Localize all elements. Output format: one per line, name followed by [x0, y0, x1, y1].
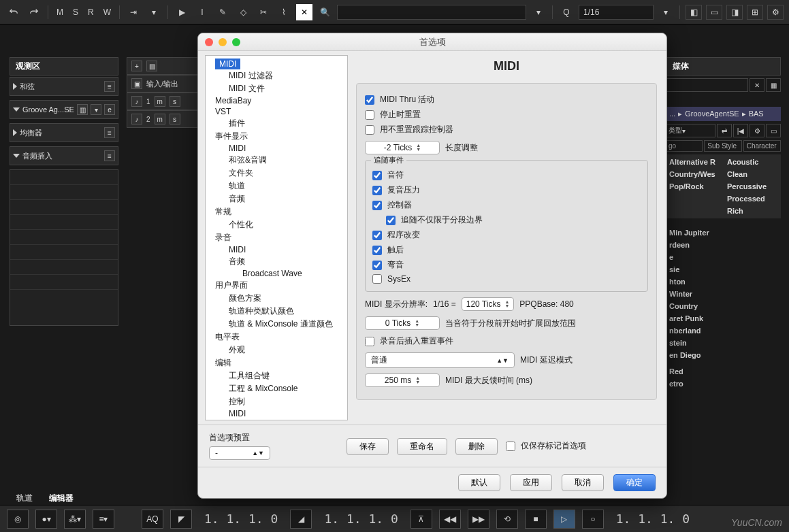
chase-checkbox[interactable]: 复音压力 — [372, 184, 641, 196]
audio-mode-icon[interactable]: ⁂▾ — [64, 510, 86, 529]
chase-checkbox[interactable]: SysEx — [372, 274, 641, 284]
mute-button[interactable]: m — [155, 96, 165, 107]
preset-item[interactable]: Red — [665, 365, 781, 378]
tree-item[interactable]: 外观 — [206, 344, 347, 356]
tree-item[interactable]: 音频 — [206, 255, 347, 268]
play-button[interactable]: ▷ — [553, 510, 575, 529]
max-feedback-spinner[interactable]: 250 ms▲▼ — [365, 373, 440, 387]
display-res-spinner[interactable]: 120 Ticks▲▼ — [462, 297, 515, 311]
search-dropdown-icon[interactable]: ▾ — [530, 4, 547, 20]
insert-slot[interactable] — [10, 200, 118, 215]
type-filter[interactable]: 类型 ▾ — [665, 124, 715, 137]
layout3-icon[interactable]: ◨ — [726, 5, 743, 20]
grid-icon[interactable]: ▦ — [766, 78, 781, 92]
constrain-icon[interactable]: ◎ — [7, 510, 29, 529]
shuffle-icon[interactable]: ⇄ — [717, 124, 732, 137]
layout1-icon[interactable]: ◧ — [686, 5, 702, 20]
tag-item[interactable]: Acoustic — [724, 156, 779, 168]
eq-section[interactable]: 均衡器 ≡ — [10, 123, 118, 142]
tree-item[interactable]: MIDI — [215, 59, 240, 69]
media-search[interactable] — [665, 78, 748, 92]
tree-item[interactable]: MediaBay — [206, 95, 347, 106]
cycle-icon[interactable]: ⟲ — [496, 510, 518, 529]
write-toggle[interactable]: W — [101, 7, 114, 17]
tree-item[interactable]: 个性化 — [206, 218, 347, 231]
insert-reset-checkbox[interactable]: 录音后插入重置事件 — [365, 335, 648, 347]
tree-item[interactable]: 插件 — [206, 117, 347, 130]
tree-item[interactable]: MIDI — [206, 408, 347, 419]
quantize-icon[interactable]: Q — [558, 4, 575, 20]
window-icon[interactable]: ▭ — [766, 124, 781, 137]
read-toggle[interactable]: R — [85, 7, 97, 17]
midi-thru-checkbox[interactable]: MIDI Thru 活动 — [365, 94, 648, 105]
filter-substyle[interactable]: Sub Style — [704, 140, 741, 152]
tree-item[interactable]: 和弦 — [206, 419, 347, 420]
chase-checkbox[interactable]: 追随不仅限于分段边界 — [372, 214, 641, 226]
filter-category[interactable]: go — [665, 140, 703, 152]
preferences-tree[interactable]: MIDIMIDI 过滤器MIDI 文件MediaBayVST插件事件显示MIDI… — [205, 55, 348, 420]
toolbar-search[interactable] — [337, 5, 526, 20]
tag-item[interactable]: Pop/Rock — [666, 180, 722, 193]
store-marked-checkbox[interactable]: 仅保存标记首选项 — [506, 440, 586, 452]
tree-item[interactable]: 用户界面 — [206, 279, 347, 292]
track-name-section[interactable]: Groove Ag...SE ▥ ▾ e — [10, 100, 118, 119]
x-tool-icon[interactable]: ✕ — [296, 4, 312, 20]
extend-playback-spinner[interactable]: 0 Ticks▲▼ — [365, 316, 440, 330]
tree-item[interactable]: 事件显示 — [206, 130, 347, 143]
preset-item[interactable]: sie — [665, 263, 781, 276]
track-filter-icon[interactable]: ▤ — [146, 61, 157, 71]
forward-icon[interactable]: ▶▶ — [468, 510, 489, 529]
rewind-icon[interactable]: ◀◀ — [439, 510, 461, 529]
tree-item[interactable]: 轨道种类默认颜色 — [206, 305, 347, 318]
track-icon1[interactable]: ▥ — [77, 104, 88, 115]
tree-item[interactable]: MIDI 文件 — [206, 82, 347, 95]
solo-button[interactable]: s — [170, 96, 180, 107]
inserts-menu-icon[interactable]: ≡ — [104, 150, 115, 161]
preset-item[interactable]: e — [665, 251, 781, 263]
tree-item[interactable]: 控制 — [206, 395, 347, 408]
settings-icon[interactable]: ⚙ — [750, 124, 764, 137]
chase-checkbox[interactable]: 程序改变 — [372, 229, 641, 241]
goto-start-icon[interactable]: ⊼ — [410, 510, 432, 529]
tag-item[interactable]: Country/Wes — [666, 168, 722, 180]
tag-item[interactable]: Percussive — [724, 180, 779, 193]
erase-tool-icon[interactable]: ◇ — [235, 4, 251, 20]
left-locator[interactable]: 1. 1. 1. 0 — [199, 512, 283, 526]
preset-item[interactable]: aret Punk — [665, 312, 781, 325]
insert-slot[interactable] — [10, 260, 118, 275]
solo-toggle[interactable]: S — [70, 7, 81, 17]
latency-mode-select[interactable]: 普通▲▼ — [365, 352, 515, 368]
snap-dropdown-icon[interactable]: ▾ — [146, 4, 162, 20]
layout4-icon[interactable]: ⊞ — [747, 5, 763, 20]
chase-checkbox[interactable]: 弯音 — [372, 259, 641, 271]
rename-button[interactable]: 重命名 — [397, 438, 447, 455]
add-track-icon[interactable]: + — [131, 61, 142, 71]
tree-item[interactable]: MIDI 过滤器 — [206, 69, 347, 82]
track-row-1[interactable]: ♪ 1 m s — [127, 93, 202, 110]
tree-item[interactable]: 音频 — [206, 193, 347, 205]
tree-item[interactable]: 文件夹 — [206, 167, 347, 180]
tree-item[interactable]: VST — [206, 106, 347, 117]
cancel-button[interactable]: 取消 — [562, 474, 604, 491]
edit-instrument-icon[interactable]: e — [104, 104, 115, 115]
undo-icon[interactable] — [5, 4, 22, 20]
close-icon[interactable]: ✕ — [750, 78, 764, 92]
preset-item[interactable]: nberland — [665, 325, 781, 337]
tree-item[interactable]: 电平表 — [206, 331, 347, 344]
scissors-tool-icon[interactable]: ✂ — [255, 4, 272, 20]
chase-checkbox[interactable]: 音符 — [372, 169, 641, 181]
ok-button[interactable]: 确定 — [613, 474, 656, 491]
primary-time[interactable]: 1. 1. 1. 0 — [611, 512, 695, 526]
tree-item[interactable]: 工具组合键 — [206, 369, 347, 382]
insert-slot[interactable] — [10, 185, 118, 200]
preset-item[interactable]: Min Jupiter — [665, 227, 781, 239]
stop-button[interactable]: ■ — [525, 510, 547, 529]
tag-item[interactable]: Alternative R — [666, 156, 722, 168]
reset-on-stop-checkbox[interactable]: 停止时重置 — [365, 109, 648, 120]
punch-out-icon[interactable]: ◢ — [290, 510, 312, 529]
quantize-dropdown-icon[interactable]: ▾ — [658, 4, 674, 20]
arrow-tool-icon[interactable]: ▶ — [174, 4, 190, 20]
insert-slot[interactable] — [10, 230, 118, 245]
chase-checkbox[interactable]: 控制器 — [372, 199, 641, 211]
preset-item[interactable]: rdeen — [665, 239, 781, 251]
